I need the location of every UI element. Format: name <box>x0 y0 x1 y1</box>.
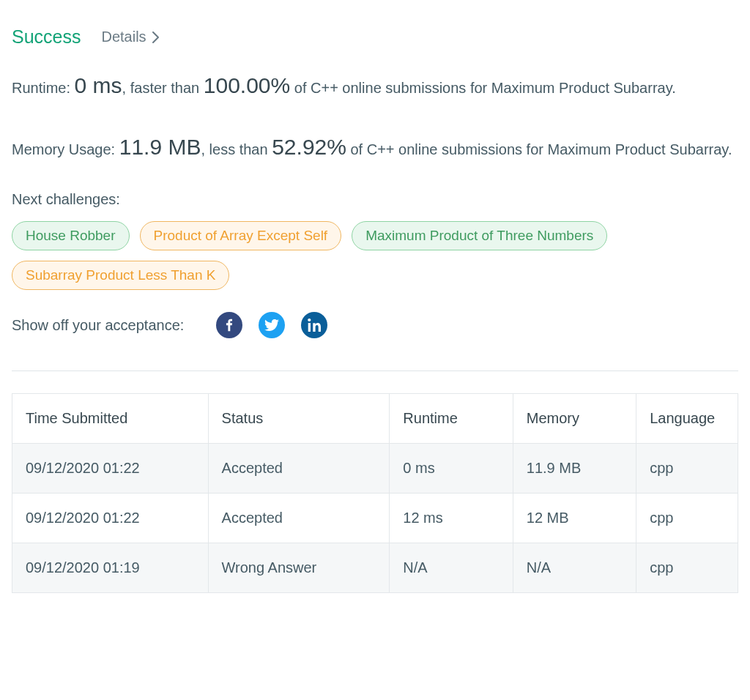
header-memory: Memory <box>513 394 636 444</box>
table-row: 09/12/2020 01:22Accepted0 ms11.9 MBcpp <box>12 444 738 494</box>
cell-memory: 11.9 MB <box>513 444 636 494</box>
cell-status[interactable]: Accepted <box>208 444 390 494</box>
memory-suffix: of C++ online submissions for Maximum Pr… <box>346 141 732 157</box>
cell-status[interactable]: Wrong Answer <box>208 543 390 593</box>
header-language: Language <box>636 394 738 444</box>
facebook-icon[interactable] <box>216 312 242 338</box>
cell-memory: 12 MB <box>513 494 636 543</box>
cell-language: cpp <box>636 543 738 593</box>
challenge-pill[interactable]: Maximum Product of Three Numbers <box>352 221 607 250</box>
memory-mid: , less than <box>201 141 272 157</box>
cell-time: 09/12/2020 01:22 <box>12 444 209 494</box>
next-challenges-label: Next challenges: <box>12 191 738 208</box>
divider <box>12 371 738 371</box>
success-label: Success <box>12 26 81 48</box>
details-link[interactable]: Details <box>101 29 158 45</box>
cell-runtime: 12 ms <box>390 494 513 543</box>
submissions-table: Time Submitted Status Runtime Memory Lan… <box>12 393 738 593</box>
challenge-pill[interactable]: Product of Array Except Self <box>140 221 342 250</box>
runtime-suffix: of C++ online submissions for Maximum Pr… <box>290 80 676 96</box>
header-status: Status <box>208 394 390 444</box>
cell-memory: N/A <box>513 543 636 593</box>
table-row: 09/12/2020 01:19Wrong AnswerN/AN/Acpp <box>12 543 738 593</box>
runtime-mid: , faster than <box>122 80 204 96</box>
details-label: Details <box>101 29 146 45</box>
memory-metric: Memory Usage: 11.9 MB, less than 52.92% … <box>12 130 738 165</box>
memory-value: 11.9 MB <box>119 135 201 159</box>
header-time: Time Submitted <box>12 394 209 444</box>
header-runtime: Runtime <box>390 394 513 444</box>
linkedin-icon[interactable] <box>301 312 327 338</box>
challenge-pill[interactable]: Subarray Product Less Than K <box>12 261 229 290</box>
challenge-pill-list: House RobberProduct of Array Except Self… <box>12 221 738 290</box>
share-label: Show off your acceptance: <box>12 317 184 334</box>
twitter-icon[interactable] <box>259 312 285 338</box>
table-row: 09/12/2020 01:22Accepted12 ms12 MBcpp <box>12 494 738 543</box>
runtime-prefix: Runtime: <box>12 80 75 96</box>
chevron-right-icon <box>152 31 159 43</box>
cell-time: 09/12/2020 01:19 <box>12 543 209 593</box>
cell-time: 09/12/2020 01:22 <box>12 494 209 543</box>
memory-prefix: Memory Usage: <box>12 141 119 157</box>
cell-runtime: 0 ms <box>390 444 513 494</box>
runtime-percent: 100.00% <box>204 73 290 97</box>
runtime-value: 0 ms <box>75 73 122 97</box>
memory-percent: 52.92% <box>272 135 346 159</box>
cell-status[interactable]: Accepted <box>208 494 390 543</box>
cell-language: cpp <box>636 494 738 543</box>
share-icons <box>216 312 327 338</box>
cell-language: cpp <box>636 444 738 494</box>
runtime-metric: Runtime: 0 ms, faster than 100.00% of C+… <box>12 68 738 103</box>
table-header-row: Time Submitted Status Runtime Memory Lan… <box>12 394 738 444</box>
cell-runtime: N/A <box>390 543 513 593</box>
challenge-pill[interactable]: House Robber <box>12 221 130 250</box>
